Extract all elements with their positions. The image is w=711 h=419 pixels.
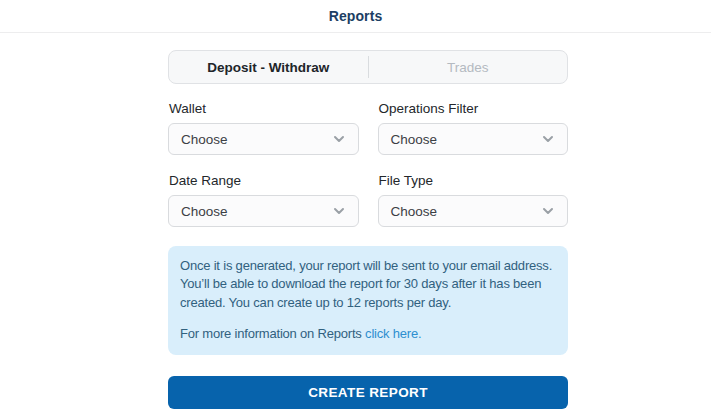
chevron-down-icon xyxy=(332,132,346,146)
date-range-select-value: Choose xyxy=(181,204,228,219)
page-title: Reports xyxy=(329,8,383,24)
wallet-select-value: Choose xyxy=(181,132,228,147)
wallet-select[interactable]: Choose xyxy=(168,123,359,155)
file-type-select[interactable]: Choose xyxy=(378,195,569,227)
chevron-down-icon xyxy=(541,204,555,218)
report-info-box: Once it is generated, your report will b… xyxy=(168,246,568,355)
chevron-down-icon xyxy=(332,204,346,218)
report-type-tabs: Deposit - Withdraw Trades xyxy=(168,50,568,84)
report-info-text: Once it is generated, your report will b… xyxy=(180,257,556,312)
file-type-select-value: Choose xyxy=(391,204,438,219)
tab-trades[interactable]: Trades xyxy=(369,51,568,83)
more-info-prefix: For more information on Reports xyxy=(180,326,362,341)
tab-deposit-withdraw[interactable]: Deposit - Withdraw xyxy=(169,51,368,83)
date-range-label: Date Range xyxy=(169,173,359,188)
operations-filter-field: Operations Filter Choose xyxy=(378,101,569,155)
date-range-field: Date Range Choose xyxy=(168,173,359,227)
file-type-field: File Type Choose xyxy=(378,173,569,227)
operations-filter-label: Operations Filter xyxy=(379,101,569,116)
click-here-link[interactable]: click here. xyxy=(365,326,421,341)
chevron-down-icon xyxy=(541,132,555,146)
report-more-info-line: For more information on Reports click he… xyxy=(180,325,556,343)
date-range-select[interactable]: Choose xyxy=(168,195,359,227)
create-report-button[interactable]: CREATE REPORT xyxy=(168,376,568,409)
file-type-label: File Type xyxy=(379,173,569,188)
operations-filter-select-value: Choose xyxy=(391,132,438,147)
report-form: Deposit - Withdraw Trades Wallet Choose … xyxy=(168,50,568,409)
modal-header: Reports xyxy=(0,0,711,33)
operations-filter-select[interactable]: Choose xyxy=(378,123,569,155)
wallet-field: Wallet Choose xyxy=(168,101,359,155)
wallet-label: Wallet xyxy=(169,101,359,116)
filters-grid: Wallet Choose Operations Filter Choose D… xyxy=(168,101,568,227)
